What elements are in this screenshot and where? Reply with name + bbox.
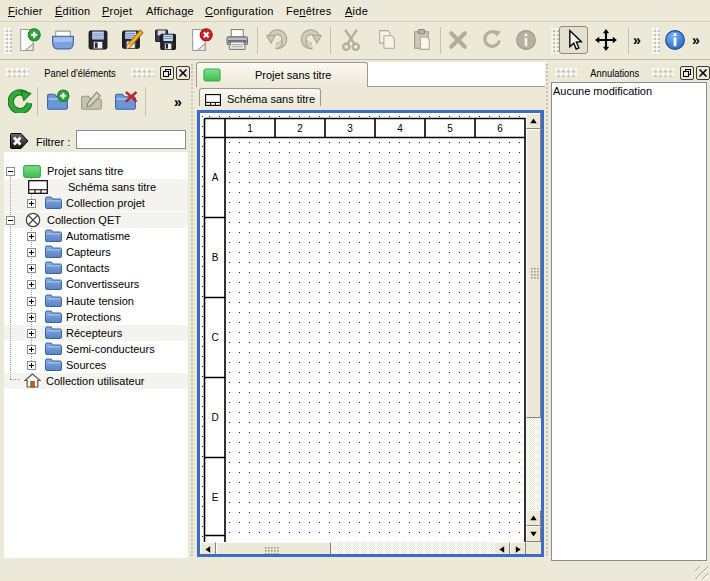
svg-text:A: A [212,172,219,183]
svg-text:3: 3 [347,123,353,134]
svg-text:C: C [211,332,218,343]
svg-text:B: B [212,252,219,263]
svg-text:6: 6 [497,123,503,134]
svg-text:2: 2 [297,123,303,134]
svg-text:5: 5 [447,123,453,134]
svg-text:4: 4 [397,123,403,134]
svg-text:D: D [211,412,218,423]
svg-text:E: E [212,492,219,503]
svg-text:1: 1 [247,123,253,134]
